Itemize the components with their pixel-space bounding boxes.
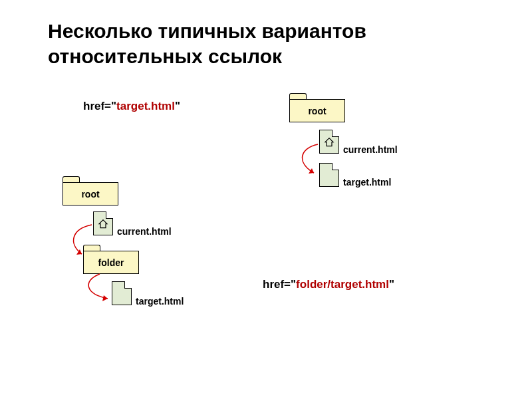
file-label-target-ex2: target.html <box>136 296 184 307</box>
href-example-2: href="folder/target.html" <box>263 278 394 291</box>
home-icon <box>324 137 334 148</box>
href-suffix: " <box>175 100 180 112</box>
href-value: folder/target.html <box>296 278 389 291</box>
href-suffix: " <box>389 278 394 291</box>
home-icon <box>98 219 108 229</box>
file-current-ex1 <box>319 130 339 154</box>
file-label-target-ex1: target.html <box>343 177 391 188</box>
folder-label: root <box>63 182 118 205</box>
page-title: Несколько типичных вариантов относительн… <box>48 19 366 68</box>
folder-sub-ex2: folder <box>83 245 139 274</box>
file-current-ex2 <box>93 211 113 235</box>
file-label-current-ex1: current.html <box>343 144 398 155</box>
href-prefix: href=" <box>263 278 296 291</box>
href-value: target.html <box>116 100 175 112</box>
folder-root-ex2: root <box>63 176 118 205</box>
folder-label: root <box>289 99 345 122</box>
file-target-ex2 <box>112 281 132 305</box>
href-example-1: href="target.html" <box>83 100 180 113</box>
file-label-current-ex2: current.html <box>117 226 172 237</box>
file-target-ex1 <box>319 163 339 187</box>
folder-root-ex1: root <box>289 93 345 122</box>
href-prefix: href=" <box>83 100 116 112</box>
folder-label: folder <box>83 251 139 274</box>
